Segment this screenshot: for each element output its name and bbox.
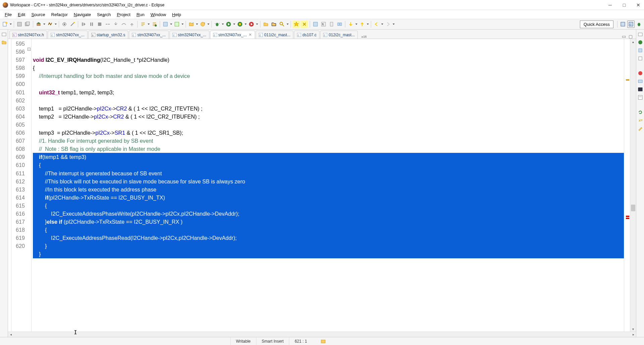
editor-tab[interactable]: cds107.c — [294, 31, 319, 39]
code-line[interactable] — [33, 121, 624, 129]
code-line[interactable]: { — [33, 202, 624, 210]
editor-tab[interactable]: sstartup_stm32.s — [88, 31, 128, 39]
editor-tab[interactable]: c011i2c_mast... — [256, 31, 293, 39]
build-all-button[interactable] — [46, 20, 54, 28]
menu-search[interactable]: Search — [94, 11, 113, 18]
maximize-view-icon[interactable]: ▢ — [629, 34, 633, 39]
menu-project[interactable]: Project — [114, 11, 133, 18]
editor-tab[interactable]: cstm32f407xx_... — [48, 31, 88, 39]
pin-button[interactable] — [328, 20, 335, 28]
open-project-button[interactable] — [262, 20, 269, 28]
scroll-up-icon[interactable]: ▴ — [630, 39, 636, 44]
back-button[interactable] — [373, 20, 380, 28]
search-button[interactable] — [278, 20, 286, 28]
menu-help[interactable]: Help — [169, 11, 184, 18]
code-line[interactable]: I2C_ExecuteAddressPhaseWrite(pI2CHandle-… — [33, 210, 624, 218]
editor-tab[interactable]: cstm32f407xx_...✕ — [210, 31, 255, 39]
code-line[interactable]: } — [33, 242, 624, 250]
debug-button[interactable] — [213, 20, 221, 28]
code-line[interactable] — [33, 80, 624, 88]
new-source-button[interactable]: + — [199, 20, 206, 28]
new-button[interactable] — [1, 20, 9, 28]
editor-tab[interactable]: cstm32f407xx_... — [169, 31, 209, 39]
code-line[interactable]: // Note : SB flag is only applicable in … — [33, 145, 624, 153]
restart-icon[interactable] — [151, 20, 158, 28]
disconnect-button[interactable] — [104, 20, 111, 28]
code-line[interactable]: //1. Handle For interrupt generated by S… — [33, 137, 624, 145]
code-line[interactable]: temp3 = pI2CHandle->pI2Cx->SR1 & ( 1 << … — [33, 129, 624, 137]
menu-navigate[interactable]: Navigate — [71, 11, 94, 18]
build-dropdown[interactable] — [43, 24, 46, 25]
scroll-thumb[interactable] — [631, 205, 635, 211]
open-folder-button[interactable] — [270, 20, 278, 28]
status-notification-icon[interactable] — [320, 339, 326, 344]
toggle-mark-button[interactable] — [301, 20, 308, 28]
menu-file[interactable]: File — [2, 11, 14, 18]
step-over-button[interactable] — [120, 20, 128, 28]
code-line[interactable]: { — [33, 226, 624, 234]
forward-button[interactable] — [384, 20, 392, 28]
tab-overflow[interactable]: »16 — [361, 35, 366, 39]
scroll-down-icon[interactable]: ▾ — [630, 326, 636, 332]
editor-tab[interactable]: hstm32f407xx.h — [9, 31, 47, 39]
project-explorer-icon[interactable] — [1, 40, 7, 45]
target-button[interactable] — [61, 20, 68, 28]
step-return-button[interactable] — [128, 20, 136, 28]
scroll-left-icon[interactable]: ◂ — [8, 333, 13, 336]
code-line[interactable]: //Interrupt handling for both master and… — [33, 72, 624, 80]
instruction-step-button[interactable] — [139, 20, 147, 28]
menu-source[interactable]: Source — [29, 11, 48, 18]
editor-tab[interactable]: c012i2c_mast... — [320, 31, 358, 39]
console-icon[interactable] — [638, 87, 643, 92]
code-line[interactable] — [33, 258, 624, 266]
code-line[interactable]: //The interrupt is generated because of … — [33, 169, 624, 177]
block-sel-button[interactable] — [312, 20, 319, 28]
build-button[interactable] — [35, 20, 42, 28]
build-targets-icon[interactable] — [638, 56, 643, 61]
code-line[interactable]: temp1 = pI2CHandle->pI2Cx->CR2 & ( 1 << … — [33, 104, 624, 113]
fold-toggle-icon[interactable]: − — [28, 48, 31, 51]
minimize-view-icon[interactable]: ▭ — [622, 34, 627, 39]
code-line[interactable]: { — [33, 64, 624, 72]
code-line[interactable]: I2C_ExecuteAddressPhaseRead(I2CHandle->p… — [33, 234, 624, 242]
outline-icon[interactable] — [638, 40, 643, 45]
code-line[interactable]: //In this block lets executed the addres… — [33, 185, 624, 193]
perspective-debug-button[interactable]: C — [627, 20, 635, 28]
wand-icon[interactable] — [69, 20, 76, 28]
star-icon[interactable] — [293, 20, 300, 28]
run-button[interactable] — [225, 20, 232, 28]
new-folder-button[interactable]: + — [188, 20, 195, 28]
terminate-button[interactable] — [96, 20, 103, 28]
open-type-button[interactable] — [162, 20, 169, 28]
code-line[interactable]: if(temp1 && temp3) — [33, 153, 624, 161]
quick-access-input[interactable]: Quick Access — [580, 20, 613, 28]
word-wrap-button[interactable] — [336, 20, 343, 28]
step-into-button[interactable] — [112, 20, 119, 28]
scroll-right-icon[interactable]: ▸ — [631, 333, 636, 336]
close-button[interactable]: ✕ — [635, 2, 641, 8]
code-line[interactable]: //This block will not be executed in sla… — [33, 177, 624, 185]
fold-column[interactable]: − — [27, 39, 32, 332]
code-editor[interactable]: 5955965975985996006016026036046056066076… — [8, 39, 636, 332]
resume-button[interactable] — [80, 20, 87, 28]
code-line[interactable]: void I2C_EV_IRQHandling(I2C_Handle_t *pI… — [33, 56, 624, 64]
tasks-icon[interactable] — [638, 79, 643, 84]
minimize-button[interactable]: ─ — [607, 2, 613, 8]
code-line[interactable]: { — [33, 161, 624, 169]
refresh-icon[interactable] — [638, 110, 643, 115]
new-class-button[interactable] — [173, 20, 181, 28]
overview-ruler[interactable] — [624, 39, 630, 332]
horizontal-scrollbar[interactable]: ◂ ▸ — [8, 332, 636, 337]
menu-edit[interactable]: Edit — [15, 11, 28, 18]
coverage-button[interactable] — [236, 20, 244, 28]
perspective-cpp-button[interactable] — [619, 20, 627, 28]
show-whitespace-button[interactable]: ¶ — [320, 20, 327, 28]
close-tab-icon[interactable]: ✕ — [248, 33, 252, 37]
menu-refactor[interactable]: Refactor — [49, 11, 70, 18]
code-line[interactable]: if(pI2CHandle->TxRxState == I2C_BUSY_IN_… — [33, 193, 624, 202]
variables-icon[interactable]: x= — [638, 118, 643, 123]
code-line[interactable] — [33, 96, 624, 104]
build-all-dropdown[interactable] — [54, 24, 57, 25]
menu-run[interactable]: Run — [134, 11, 147, 18]
task-list-icon[interactable] — [638, 48, 643, 53]
